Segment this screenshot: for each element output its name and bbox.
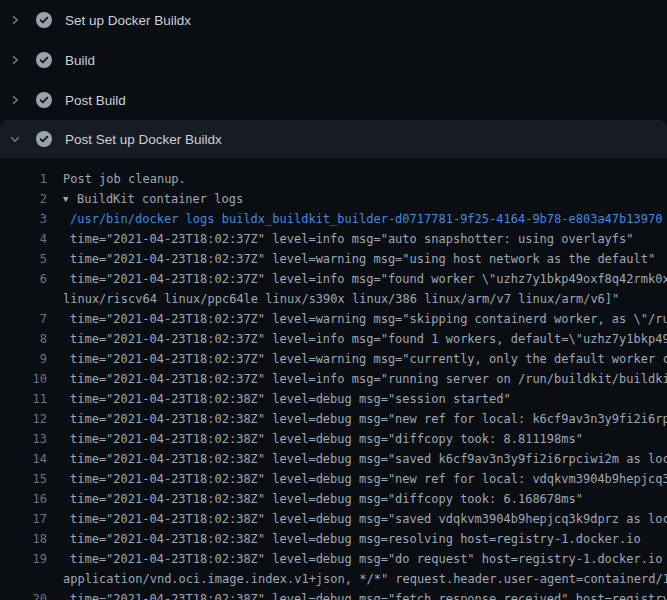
log-line-text: application/vnd.oci.image.index.v1+json,… xyxy=(63,569,667,589)
log-line: 5 time="2021-04-23T18:02:37Z" level=warn… xyxy=(0,249,667,269)
log-line-number[interactable]: 13 xyxy=(0,429,47,449)
log-line-text: time="2021-04-23T18:02:38Z" level=debug … xyxy=(63,389,667,409)
log-line-number[interactable]: 14 xyxy=(0,449,47,469)
log-line-text: time="2021-04-23T18:02:38Z" level=debug … xyxy=(63,509,667,529)
log-line: 7 time="2021-04-23T18:02:37Z" level=warn… xyxy=(0,309,667,329)
log-line-wrap: linux/riscv64 linux/ppc64le linux/s390x … xyxy=(0,289,667,309)
log-line-text: time="2021-04-23T18:02:38Z" level=debug … xyxy=(63,449,667,469)
log-line: 4 time="2021-04-23T18:02:37Z" level=info… xyxy=(0,229,667,249)
chevron-right-icon xyxy=(7,94,23,106)
log-line: 12 time="2021-04-23T18:02:38Z" level=deb… xyxy=(0,409,667,429)
log-line-number[interactable]: 7 xyxy=(0,309,47,329)
log-line: 10 time="2021-04-23T18:02:37Z" level=inf… xyxy=(0,369,667,389)
step-row-post-set-up-docker-buildx[interactable]: Post Set up Docker Buildx xyxy=(0,120,667,158)
log-line: 13 time="2021-04-23T18:02:38Z" level=deb… xyxy=(0,429,667,449)
log-line-number[interactable]: 5 xyxy=(0,249,47,269)
log-line-number[interactable]: 16 xyxy=(0,489,47,509)
step-row-post-build[interactable]: Post Build xyxy=(0,80,667,120)
log-line-number[interactable]: 17 xyxy=(0,509,47,529)
log-line: 14 time="2021-04-23T18:02:38Z" level=deb… xyxy=(0,449,667,469)
log-line: 6 time="2021-04-23T18:02:37Z" level=info… xyxy=(0,269,667,289)
log-line-number[interactable]: 3 xyxy=(0,209,47,229)
log-line-text: time="2021-04-23T18:02:38Z" level=debug … xyxy=(63,429,667,449)
log-line-number[interactable]: 6 xyxy=(0,269,47,289)
log-line: 15 time="2021-04-23T18:02:38Z" level=deb… xyxy=(0,469,667,489)
log-line-wrap: application/vnd.oci.image.index.v1+json,… xyxy=(0,569,667,589)
log-line-number[interactable]: 1 xyxy=(0,169,47,189)
step-label: Post Build xyxy=(65,93,126,108)
step-label: Build xyxy=(65,53,95,68)
step-label: Set up Docker Buildx xyxy=(65,13,191,28)
log-line: 2 ▼BuildKit container logs xyxy=(0,189,667,209)
log-line-number[interactable] xyxy=(0,569,47,589)
log-line-text: time="2021-04-23T18:02:38Z" level=debug … xyxy=(63,469,667,489)
log-line: 9 time="2021-04-23T18:02:37Z" level=warn… xyxy=(0,349,667,369)
log-viewer: 1 Post job cleanup. 2 ▼BuildKit containe… xyxy=(0,158,667,600)
check-circle-icon xyxy=(36,131,52,147)
log-line: 17 time="2021-04-23T18:02:38Z" level=deb… xyxy=(0,509,667,529)
log-line-number[interactable]: 9 xyxy=(0,349,47,369)
log-line: 18 time="2021-04-23T18:02:38Z" level=deb… xyxy=(0,529,667,549)
log-line-number[interactable]: 4 xyxy=(0,229,47,249)
log-line-number[interactable]: 20 xyxy=(0,589,47,600)
log-line-text: time="2021-04-23T18:02:37Z" level=info m… xyxy=(63,369,667,389)
log-line-number[interactable]: 12 xyxy=(0,409,47,429)
log-line-text: time="2021-04-23T18:02:38Z" level=debug … xyxy=(63,589,667,600)
log-line-number[interactable]: 15 xyxy=(0,469,47,489)
step-row-set-up-docker-buildx[interactable]: Set up Docker Buildx xyxy=(0,0,667,40)
log-line-text: linux/riscv64 linux/ppc64le linux/s390x … xyxy=(63,289,667,309)
log-line-text: time="2021-04-23T18:02:37Z" level=info m… xyxy=(63,329,667,349)
log-line: 8 time="2021-04-23T18:02:37Z" level=info… xyxy=(0,329,667,349)
chevron-right-icon xyxy=(7,14,23,26)
log-line-text: time="2021-04-23T18:02:38Z" level=debug … xyxy=(63,409,667,429)
step-row-build[interactable]: Build xyxy=(0,40,667,80)
check-circle-icon xyxy=(36,92,52,108)
log-line-text: time="2021-04-23T18:02:38Z" level=debug … xyxy=(63,489,667,509)
log-line: 1 Post job cleanup. xyxy=(0,169,667,189)
log-line: 19 time="2021-04-23T18:02:38Z" level=deb… xyxy=(0,549,667,569)
log-line: 11 time="2021-04-23T18:02:38Z" level=deb… xyxy=(0,389,667,409)
log-line-number[interactable]: 10 xyxy=(0,369,47,389)
chevron-down-icon xyxy=(7,133,23,145)
log-line-number[interactable]: 18 xyxy=(0,529,47,549)
log-line-text: /usr/bin/docker logs buildx_buildkit_bui… xyxy=(63,209,667,229)
group-expander-icon[interactable]: ▼ xyxy=(63,189,77,209)
log-line-text: time="2021-04-23T18:02:38Z" level=debug … xyxy=(63,549,667,569)
check-circle-icon xyxy=(36,52,52,68)
log-line-number[interactable]: 19 xyxy=(0,549,47,569)
log-line: 3 /usr/bin/docker logs buildx_buildkit_b… xyxy=(0,209,667,229)
log-line-text: Post job cleanup. xyxy=(63,169,667,189)
check-circle-icon xyxy=(36,12,52,28)
log-line: 16 time="2021-04-23T18:02:38Z" level=deb… xyxy=(0,489,667,509)
log-line-text: time="2021-04-23T18:02:37Z" level=info m… xyxy=(63,269,667,289)
log-line-number[interactable]: 2 xyxy=(0,189,47,209)
log-line-text: time="2021-04-23T18:02:37Z" level=info m… xyxy=(63,229,667,249)
workflow-log-panel: Set up Docker Buildx Build Post Build Po… xyxy=(0,0,667,600)
log-line-text: time="2021-04-23T18:02:37Z" level=warnin… xyxy=(63,349,667,369)
log-line-text: time="2021-04-23T18:02:38Z" level=debug … xyxy=(63,529,667,549)
step-label: Post Set up Docker Buildx xyxy=(65,132,222,147)
log-line: 20 time="2021-04-23T18:02:38Z" level=deb… xyxy=(0,589,667,600)
log-line-number[interactable]: 11 xyxy=(0,389,47,409)
log-line-text[interactable]: ▼BuildKit container logs xyxy=(63,189,667,209)
log-line-text: time="2021-04-23T18:02:37Z" level=warnin… xyxy=(63,309,667,329)
chevron-right-icon xyxy=(7,54,23,66)
log-line-number[interactable] xyxy=(0,289,47,309)
log-line-text: time="2021-04-23T18:02:37Z" level=warnin… xyxy=(63,249,667,269)
log-line-number[interactable]: 8 xyxy=(0,329,47,349)
